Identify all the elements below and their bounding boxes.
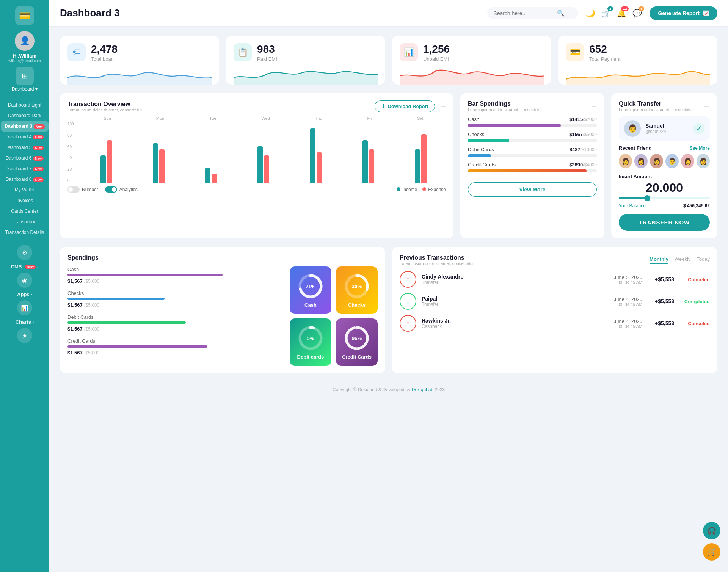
footer-brand-link[interactable]: DexignLab: [412, 387, 433, 392]
apps-icon-btn[interactable]: ◉: [17, 273, 32, 288]
prev-txn-header: Previous Transactions Lorem ipsum dolor …: [400, 254, 710, 266]
sidebar-item-invoices[interactable]: Invoices: [1, 195, 48, 206]
transfer-now-button[interactable]: TRANSFER NOW: [619, 214, 710, 231]
charts-label[interactable]: Charts ›: [16, 319, 34, 325]
quick-transfer-more-btn[interactable]: ···: [704, 102, 710, 110]
user-avatar: 👤: [15, 31, 35, 51]
favorites-icon-btn[interactable]: ★: [17, 328, 32, 343]
cms-icon-btn[interactable]: ⚙: [17, 245, 32, 260]
user-email: william@gmail.com: [8, 59, 41, 63]
slider-fill: [619, 197, 646, 199]
chevron-down-icon: ▾: [35, 86, 38, 92]
friend-avatar-4[interactable]: 👩: [681, 154, 694, 168]
friend-avatars: 👩👩👩👨👩👩: [619, 154, 710, 168]
friend-avatar-5[interactable]: 👩: [697, 154, 710, 168]
dashboard-toggle[interactable]: Dashboard ▾: [12, 86, 38, 92]
amount-display: 20.000: [619, 181, 710, 195]
dashboard-icon-btn[interactable]: ⊞: [16, 67, 34, 85]
sidebar-item-dashboard-5[interactable]: Dashboard 5New: [1, 142, 48, 153]
search-input[interactable]: [493, 10, 554, 16]
sparkline-2: [400, 66, 544, 85]
bar-spendings-subtitle: Lorem ipsum dolor sit amet, consectetur: [468, 107, 542, 112]
chart-days: SunMonTueWedThuFriSat: [67, 116, 446, 121]
apps-label[interactable]: Apps ›: [17, 291, 32, 297]
bar-group-5: [343, 140, 393, 183]
sidebar-logo[interactable]: 💳: [15, 6, 34, 25]
progress-fill-2: [468, 154, 491, 157]
expense-legend: Expense: [422, 187, 446, 192]
txn-tab-weekly[interactable]: Weekly: [675, 256, 690, 264]
search-wrap[interactable]: 🔍: [487, 7, 578, 19]
charts-icon: 📊: [21, 304, 28, 312]
txn-overview-header: Transaction Overview Lorem ipsum dolor s…: [67, 100, 446, 112]
sidebar: 💳 👤 Hi,William william@gmail.com ⊞ Dashb…: [0, 0, 49, 572]
see-more-link[interactable]: See More: [690, 146, 710, 151]
txn-tab-today[interactable]: Today: [697, 256, 710, 264]
generate-report-button[interactable]: Generate Report 📈: [650, 6, 717, 20]
donut-item-1: 30% Checks: [336, 266, 378, 314]
cms-arrow: ›: [37, 265, 38, 269]
prev-txn-subtitle: Lorem ipsum dolor sit amet, consectetur: [400, 261, 474, 266]
stat-icon-1: 📋: [234, 43, 252, 61]
number-toggle-pill[interactable]: [67, 186, 80, 193]
svg-text:96%: 96%: [352, 335, 362, 341]
number-toggle[interactable]: Number: [67, 186, 98, 193]
moon-toggle[interactable]: 🌙: [586, 9, 595, 18]
cart-fab-button[interactable]: 🛒: [703, 543, 720, 561]
donut-svg-0: 71%: [297, 273, 324, 300]
bar-coral-5: [369, 149, 374, 183]
support-fab-button[interactable]: 🎧: [703, 522, 720, 539]
stat-label-0: Total Loan: [91, 56, 118, 62]
cms-label[interactable]: CMS New ›: [11, 264, 39, 270]
sidebar-item-my-wallet[interactable]: My Wallet: [1, 185, 48, 195]
bar-spendings-header: Bar Spendings Lorem ipsum dolor sit amet…: [468, 100, 597, 112]
moon-icon: 🌙: [586, 9, 595, 17]
page-title: Dashboard 3: [60, 7, 487, 19]
sidebar-item-dashboard-4[interactable]: Dashboard 4New: [1, 132, 48, 142]
friend-avatar-3[interactable]: 👨: [665, 154, 679, 168]
spend-row-label-3: Credit Cards $3890/$4000: [468, 162, 597, 168]
friend-avatar-0[interactable]: 👩: [619, 154, 632, 168]
charts-icon-btn[interactable]: 📊: [17, 300, 32, 315]
friend-avatar-1[interactable]: 👩: [634, 154, 648, 168]
view-more-button[interactable]: View More: [468, 182, 597, 197]
sidebar-item-dashboard-8[interactable]: Dashboard 8New: [1, 174, 48, 185]
transfer-user-name: Samuel: [645, 123, 666, 129]
sidebar-item-dashboard-6[interactable]: Dashboard 6New: [1, 153, 48, 163]
donut-item-2: 5% Debit cards: [290, 318, 331, 366]
gear-icon: ⚙: [22, 249, 27, 256]
analytics-toggle[interactable]: Analytics: [105, 186, 138, 193]
bar-spendings-more-btn[interactable]: ···: [591, 102, 597, 110]
svg-text:30%: 30%: [352, 284, 362, 289]
amount-slider-wrap[interactable]: [619, 197, 710, 199]
header-icons: 🌙 🛒 2 🔔 12 💬 5: [586, 9, 642, 18]
spending-item-0: Cash $1,567 /$5,000: [67, 266, 283, 284]
txn-tab-monthly[interactable]: Monthly: [650, 256, 668, 264]
bar-spendings-title: Bar Spendings: [468, 100, 542, 107]
bar-spending-item-2: Debit Cards $487/$10000: [468, 147, 597, 157]
message-btn[interactable]: 💬 5: [632, 9, 642, 18]
spendings-title: Spendings: [67, 254, 378, 261]
spendings-overview-card: Spendings Cash $1,567 /$5,000 Checks $1,…: [60, 247, 385, 373]
sidebar-item-dashboard-light[interactable]: Dashboard Light: [1, 100, 48, 110]
bell-btn[interactable]: 🔔 12: [617, 9, 626, 18]
sidebar-item-cards-center[interactable]: Cards Center: [1, 206, 48, 216]
bar-coral-3: [264, 155, 269, 183]
sidebar-item-transaction-details[interactable]: Transaction Details: [1, 227, 48, 238]
download-report-button[interactable]: ⬇ Download Report: [375, 100, 435, 112]
txn-date-2: June 4, 2020 05:34:45 AM: [614, 318, 642, 329]
txn-overview-more-btn[interactable]: ···: [440, 102, 446, 110]
cart-btn[interactable]: 🛒 2: [601, 9, 611, 18]
sidebar-item-dashboard-3[interactable]: Dashboard 3New: [1, 121, 48, 132]
txn-info-2: Hawkins Jr. Cashback: [422, 318, 609, 329]
sidebar-item-transaction[interactable]: Transaction: [1, 216, 48, 227]
progress-bg-2: [468, 154, 597, 157]
bar-teal-2: [205, 168, 210, 183]
dashboard-grid-icon: ⊞: [22, 71, 28, 80]
sidebar-item-dashboard-dark[interactable]: Dashboard Dark: [1, 110, 48, 121]
slider-thumb[interactable]: [644, 195, 650, 201]
friend-avatar-2[interactable]: 👩: [650, 154, 663, 168]
sidebar-item-dashboard-7[interactable]: Dashboard 7New: [1, 163, 48, 174]
analytics-toggle-pill[interactable]: [105, 186, 117, 193]
user-name: Hi,William: [13, 53, 36, 59]
